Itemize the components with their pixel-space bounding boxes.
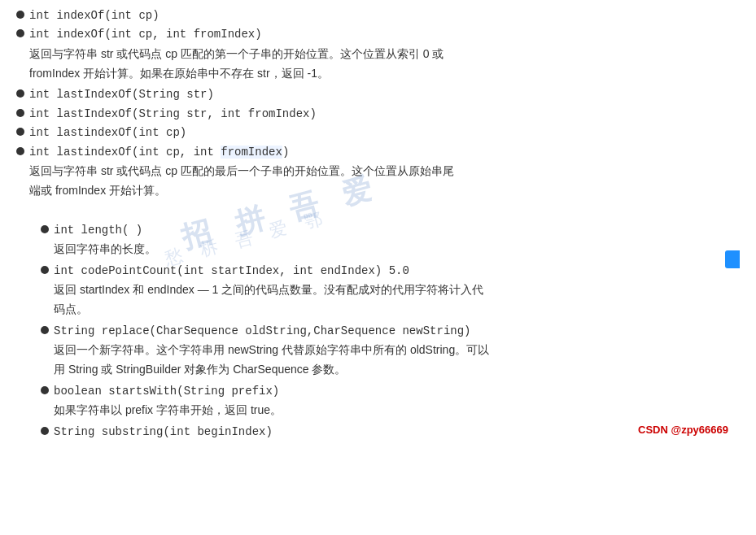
method-item-10: boolean startsWith(String prefix) [41,382,740,400]
method-desc-9: 返回一个新字符串。这个字符串用 newString 代替原始字符串中所有的 ol… [54,341,740,380]
method-sig-2: int indexOf(int cp, int fromIndex) [29,25,262,43]
blue-dot [725,250,740,268]
page-container: int indexOf(int cp) int indexOf(int cp, … [0,0,756,535]
method-desc-6: 返回与字符串 str 或代码点 cp 匹配的最后一个子串的开始位置。这个位置从原… [29,162,740,201]
bullet-4 [16,109,24,117]
method-item-8: int codePointCount(int startIndex, int e… [41,262,740,280]
method-item-9: String replace(CharSequence oldString,Ch… [41,322,740,340]
content-area: int indexOf(int cp) int indexOf(int cp, … [16,7,740,441]
csdn-user: @zpy66669 [671,424,729,436]
bullet-11 [41,427,49,435]
section-gap [16,203,740,221]
csdn-label: CSDN [638,424,668,436]
bottom-methods-section: int length( ) 返回字符串的长度。 int codePointCou… [16,221,740,441]
method-sig-3: int lastIndexOf(String str) [29,85,214,103]
top-methods-section: int indexOf(int cp) int indexOf(int cp, … [16,7,740,201]
method-sig-1: int indexOf(int cp) [29,7,160,24]
method-sig-6: int lastindexOf(int cp, int fromIndex) [29,143,289,161]
bullet-5 [16,128,24,136]
csdn-badge: CSDN @zpy66669 [638,424,728,436]
method-sig-4: int lastIndexOf(String str, int fromInde… [29,105,317,123]
method-desc-8: 返回 startIndex 和 endIndex — 1 之间的代码点数量。没有… [54,281,740,320]
bullet-10 [41,386,49,394]
bullet-1 [16,11,24,19]
method-item-1: int indexOf(int cp) [16,7,740,24]
method-item-2: int indexOf(int cp, int fromIndex) [16,25,740,43]
bullet-3 [16,89,24,98]
bullet-9 [41,326,49,334]
method-desc-7: 返回字符串的长度。 [54,240,740,259]
method-sig-11: String substring(int beginIndex) [54,423,273,441]
bullet-2 [16,29,24,37]
method-item-11: String substring(int beginIndex) [41,423,740,441]
method-item-6: int lastindexOf(int cp, int fromIndex) [16,143,740,161]
bullet-7 [41,225,49,233]
method-sig-8: int codePointCount(int startIndex, int e… [54,262,409,280]
method-desc-10: 如果字符串以 prefix 字符串开始，返回 true。 [54,401,740,420]
method-sig-5: int lastindexOf(int cp) [29,124,186,141]
method-item-3: int lastIndexOf(String str) [16,85,740,103]
bullet-8 [41,266,49,274]
method-item-7: int length( ) [41,221,740,239]
method-desc-2: 返回与字符串 str 或代码点 cp 匹配的第一个子串的开始位置。这个位置从索引… [29,45,740,84]
method-sig-7: int length( ) [54,221,142,239]
method-item-4: int lastIndexOf(String str, int fromInde… [16,105,740,123]
method-item-5: int lastindexOf(int cp) [16,124,740,141]
method-sig-10: boolean startsWith(String prefix) [54,382,279,400]
bullet-6 [16,147,24,155]
method-sig-9: String replace(CharSequence oldString,Ch… [54,322,470,340]
